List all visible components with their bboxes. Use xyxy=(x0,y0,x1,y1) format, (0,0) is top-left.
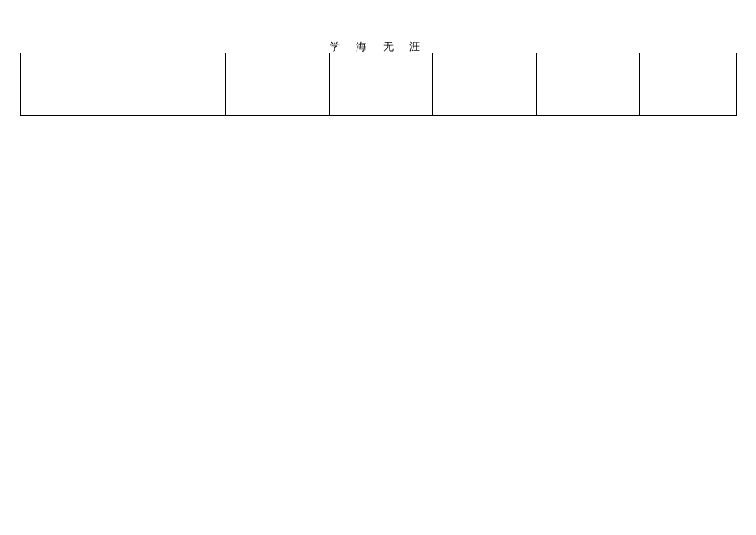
table-cell xyxy=(122,53,226,116)
table-container xyxy=(20,53,736,116)
table-cell xyxy=(537,53,640,116)
table-cell xyxy=(226,53,330,116)
table-cell xyxy=(330,53,433,116)
table-row xyxy=(21,53,737,116)
table-cell xyxy=(21,53,122,116)
table-cell xyxy=(433,53,537,116)
table-cell xyxy=(640,53,737,116)
document-table xyxy=(20,53,737,116)
